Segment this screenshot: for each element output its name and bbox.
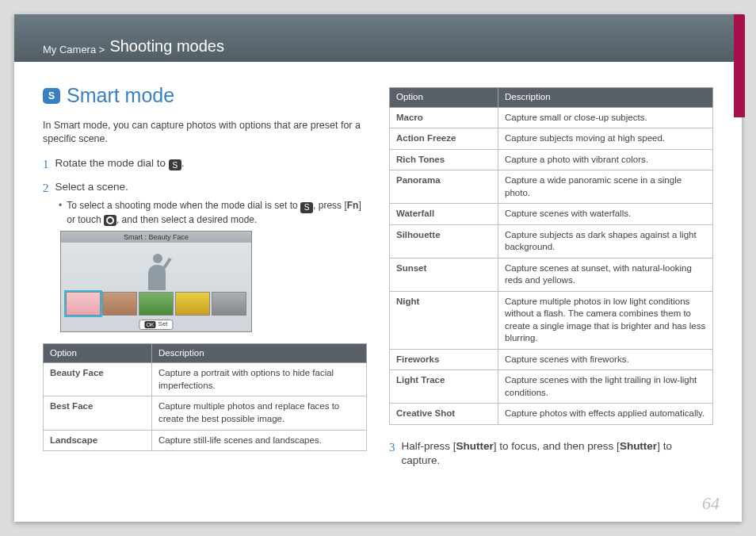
option-description: Capture multiple photos in low light con… [498, 291, 713, 349]
table-row: Light TraceCapture scenes with the light… [390, 370, 713, 404]
right-column: Option Description MacroCapture small or… [389, 68, 713, 500]
option-name: Fireworks [390, 349, 498, 370]
thumb-item [175, 292, 210, 316]
step-number: 1 [43, 156, 49, 172]
section-heading: S Smart mode [43, 82, 367, 109]
thumb-beauty-face [66, 292, 101, 316]
table-row: Beauty FaceCapture a portrait with optio… [44, 363, 367, 396]
thumb-item [102, 292, 137, 316]
s-icon: S [169, 159, 181, 170]
step-text: Rotate the mode dial to S. [55, 156, 185, 172]
option-description: Capture subjects moving at high speed. [498, 128, 713, 150]
table-row: SunsetCapture scenes at sunset, with nat… [390, 258, 713, 291]
option-description: Capture scenes at sunset, with natural-l… [498, 258, 713, 291]
ok-button-icon: OK [144, 321, 155, 328]
thumb-item [212, 292, 246, 316]
option-description: Capture small or close-up subjects. [498, 107, 713, 128]
option-description: Capture scenes with fireworks. [498, 349, 713, 370]
s-icon: S [300, 202, 313, 213]
table-row: Creative ShotCapture photos with effects… [390, 404, 713, 425]
table-row: NightCapture multiple photos in low ligh… [390, 291, 713, 349]
option-name: Sunset [390, 258, 498, 291]
table-row: WaterfallCapture scenes with waterfalls. [390, 204, 713, 225]
table-row: Rich TonesCapture a photo with vibrant c… [390, 149, 713, 170]
option-description: Capture a wide panoramic scene in a sing… [498, 170, 713, 204]
table-row: MacroCapture small or close-up subjects. [390, 107, 713, 128]
left-column: S Smart mode In Smart mode, you can capt… [43, 68, 367, 500]
step-2: 2 Select a scene. [43, 180, 367, 196]
option-description: Capture scenes with the light trailing i… [498, 370, 713, 404]
col-option: Option [390, 88, 498, 108]
step-2-bullet: To select a shooting mode when the mode … [59, 199, 367, 226]
breadcrumb-prefix: My Camera > [43, 44, 105, 56]
page-content: S Smart mode In Smart mode, you can capt… [43, 68, 713, 500]
option-name: Macro [390, 107, 498, 128]
option-description: Capture subjects as dark shapes against … [498, 224, 713, 258]
manual-page: My Camera > Shooting modes S Smart mode … [14, 14, 742, 522]
options-table-2: Option Description MacroCapture small or… [389, 87, 713, 425]
smart-mode-icon: S [43, 88, 60, 104]
table2-body: MacroCapture small or close-up subjects.… [390, 107, 713, 424]
table-row: SilhouetteCapture subjects as dark shape… [390, 224, 713, 258]
table-row: Best FaceCapture multiple photos and rep… [44, 396, 367, 430]
step-number: 2 [43, 180, 49, 196]
option-name: Rich Tones [390, 149, 498, 170]
option-name: Light Trace [390, 370, 498, 404]
breadcrumb-title: Shooting modes [109, 37, 224, 56]
page-accent [734, 14, 745, 117]
mode-select-screenshot: Smart : Beauty Face OK Set [60, 231, 252, 332]
col-description: Description [152, 343, 367, 363]
option-name: Silhouette [390, 224, 498, 258]
thumbnail-row [66, 292, 246, 316]
option-name: Landscape [44, 430, 152, 451]
ok-set-bar: OK Set [139, 320, 173, 330]
table-row: PanoramaCapture a wide panoramic scene i… [390, 170, 713, 204]
page-header: My Camera > Shooting modes [14, 14, 742, 62]
person-silhouette-icon [140, 251, 172, 290]
svg-point-0 [153, 254, 162, 263]
step-text: Half-press [Shutter] to focus, and then … [402, 439, 714, 468]
option-name: Creative Shot [390, 404, 498, 425]
option-description: Capture a portrait with options to hide … [152, 363, 367, 396]
option-description: Capture still-life scenes and landscapes… [152, 430, 367, 451]
fn-key: Fn [347, 200, 359, 211]
set-label: Set [158, 320, 168, 329]
page-number: 64 [702, 493, 720, 514]
option-description: Capture scenes with waterfalls. [498, 204, 713, 225]
option-description: Capture a photo with vibrant colors. [498, 149, 713, 170]
option-name: Best Face [44, 396, 152, 430]
option-name: Panorama [390, 170, 498, 204]
col-description: Description [498, 88, 713, 108]
step-1: 1 Rotate the mode dial to S. [43, 156, 367, 172]
step-number: 3 [389, 439, 395, 468]
option-name: Night [390, 291, 498, 349]
table-row: FireworksCapture scenes with fireworks. [390, 349, 713, 370]
section-title: Smart mode [67, 82, 174, 109]
step-text: Select a scene. [55, 180, 128, 196]
table1-body: Beauty FaceCapture a portrait with optio… [44, 363, 367, 451]
option-description: Capture multiple photos and replace face… [152, 396, 367, 430]
step-3: 3 Half-press [Shutter] to focus, and the… [389, 439, 713, 468]
options-table-1: Option Description Beauty FaceCapture a … [43, 343, 367, 451]
table-row: LandscapeCapture still-life scenes and l… [44, 430, 367, 451]
intro-text: In Smart mode, you can capture photos wi… [43, 119, 367, 146]
table-row: Action FreezeCapture subjects moving at … [390, 128, 713, 150]
thumb-item [139, 292, 174, 316]
camera-icon [104, 215, 116, 226]
option-name: Action Freeze [390, 128, 498, 150]
option-name: Beauty Face [44, 363, 152, 396]
col-option: Option [44, 343, 152, 363]
option-description: Capture photos with effects applied auto… [498, 404, 713, 425]
screenshot-title: Smart : Beauty Face [61, 232, 251, 243]
option-name: Waterfall [390, 204, 498, 225]
